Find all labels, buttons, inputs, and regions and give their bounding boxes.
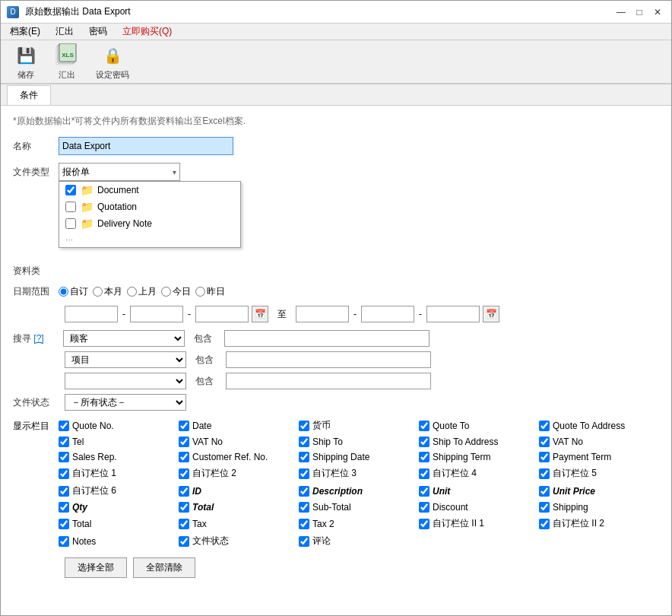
- contains-label-2: 包含: [195, 354, 218, 367]
- date-from-month[interactable]: [130, 306, 183, 322]
- quotation-folder-icon: 📁: [81, 202, 93, 212]
- col-unit[interactable]: Unit: [419, 484, 539, 498]
- menu-file[interactable]: 档案(E): [4, 24, 46, 40]
- toolbar: 💾 储存 XLS 汇出 🔒 设定密码: [1, 40, 671, 84]
- col-vat-no-2[interactable]: VAT No: [539, 436, 659, 448]
- date-option-yesterday[interactable]: 昨日: [195, 285, 225, 298]
- search-input-2[interactable]: [226, 351, 431, 368]
- col-custom-ii-2[interactable]: 自订栏位 II 2: [539, 516, 659, 531]
- col-total[interactable]: Total: [59, 516, 179, 531]
- date-option-custom[interactable]: 自订: [59, 285, 88, 298]
- quotation-checkbox[interactable]: [65, 202, 76, 212]
- dropdown-item-delivery-note[interactable]: 📁 Delivery Note: [59, 215, 240, 232]
- date-option-lastmonth[interactable]: 上月: [127, 285, 157, 298]
- delivery-note-checkbox[interactable]: [65, 218, 76, 229]
- col-shipping-term[interactable]: Shipping Term: [419, 451, 539, 463]
- menu-buy[interactable]: 立即购买(Q): [116, 24, 178, 40]
- select-all-button[interactable]: 选择全部: [65, 557, 127, 578]
- col-ship-to-address[interactable]: Ship To Address: [419, 436, 539, 448]
- col-date[interactable]: Date: [179, 418, 299, 433]
- col-quote-to-address[interactable]: Quote To Address: [539, 418, 659, 433]
- col-tel[interactable]: Tel: [59, 436, 179, 448]
- col-quote-to[interactable]: Quote To: [419, 418, 539, 433]
- col-customer-ref[interactable]: Customer Ref. No.: [179, 451, 299, 463]
- search-input-1[interactable]: [224, 330, 430, 347]
- search-row-3: 包含: [13, 373, 659, 389]
- data-type-row: 资料类: [13, 265, 659, 278]
- col-sub-total[interactable]: Sub-Total: [299, 501, 419, 513]
- col-shipping-date[interactable]: Shipping Date: [299, 451, 419, 463]
- maximize-button[interactable]: □: [632, 5, 647, 20]
- document-checkbox[interactable]: [65, 185, 76, 195]
- col-ship-to[interactable]: Ship To: [299, 436, 419, 448]
- set-password-button[interactable]: 🔒 设定密码: [89, 40, 136, 84]
- date-to-year[interactable]: [296, 306, 349, 322]
- search-field-3[interactable]: [65, 373, 186, 389]
- col-sales-rep[interactable]: Sales Rep.: [59, 451, 179, 463]
- close-button[interactable]: ✕: [650, 5, 665, 20]
- col-discount[interactable]: Discount: [419, 501, 539, 513]
- search-field-1[interactable]: 顾客 项目: [63, 330, 185, 347]
- col-tax2[interactable]: Tax 2: [299, 516, 419, 531]
- col-quote-no[interactable]: Quote No.: [59, 418, 179, 433]
- col-custom-3[interactable]: 自订栏位 3: [299, 466, 419, 481]
- minimize-button[interactable]: —: [613, 5, 629, 20]
- dropdown-item-document[interactable]: 📁 Document: [59, 182, 240, 198]
- col-custom-4[interactable]: 自订栏位 4: [419, 466, 539, 481]
- columns-label: 显示栏目: [13, 418, 59, 433]
- date-to-day[interactable]: [426, 306, 480, 322]
- title-bar: D 原始数据输出 Data Export — □ ✕: [1, 1, 671, 24]
- content-area: *原始数据输出*可将文件内所有数据资料输出至Excel档案. 名称 文件类型 报…: [1, 106, 671, 615]
- date-from-year[interactable]: [65, 306, 118, 322]
- col-custom-6[interactable]: 自订栏位 6: [59, 484, 179, 498]
- file-type-dropdown[interactable]: 报价单 ▾: [59, 163, 180, 181]
- calendar-to-button[interactable]: 📅: [483, 306, 499, 322]
- col-custom-ii-1[interactable]: 自订栏位 II 1: [419, 516, 539, 531]
- date-inputs-row: - - 📅 至 - - 📅: [13, 306, 659, 322]
- dropdown-item-quotation[interactable]: 📁 Quotation: [59, 198, 240, 215]
- search-input-3[interactable]: [226, 373, 431, 389]
- col-qty[interactable]: Qty: [59, 501, 179, 513]
- search-label: 搜寻 [?]: [13, 332, 59, 345]
- col-custom-1[interactable]: 自订栏位 1: [59, 466, 179, 481]
- col-description[interactable]: Description: [299, 484, 419, 498]
- date-from-day[interactable]: [195, 306, 249, 322]
- search-section: 搜寻 [?] 顾客 项目 包含: [13, 330, 659, 347]
- menu-export[interactable]: 汇出: [49, 24, 80, 40]
- calendar-from-button[interactable]: 📅: [252, 306, 268, 322]
- dropdown-arrow-icon: ▾: [173, 168, 176, 176]
- col-tax[interactable]: Tax: [179, 516, 299, 531]
- window-controls: — □ ✕: [613, 5, 665, 20]
- col-payment-term[interactable]: Payment Term: [539, 451, 659, 463]
- lock-icon: 🔒: [100, 43, 125, 68]
- col-doc-status[interactable]: 文件状态: [179, 534, 299, 548]
- date-to-month[interactable]: [361, 306, 414, 322]
- export-icon: XLS: [55, 43, 79, 68]
- col-custom-5[interactable]: 自订栏位 5: [539, 466, 659, 481]
- date-option-today[interactable]: 今日: [161, 285, 191, 298]
- col-id[interactable]: ID: [179, 484, 299, 498]
- search-help[interactable]: [?]: [33, 333, 43, 344]
- columns-grid: Quote No. Date 货币 Quote To Quote To Addr…: [59, 418, 659, 548]
- search-field-2[interactable]: 项目 顾客: [65, 351, 186, 368]
- col-total-item[interactable]: Total: [179, 501, 299, 513]
- col-currency[interactable]: 货币: [299, 418, 419, 433]
- tab-conditions[interactable]: 条件: [7, 85, 51, 105]
- name-input[interactable]: [59, 137, 233, 155]
- save-button[interactable]: 💾 储存: [7, 40, 45, 84]
- export-button[interactable]: XLS 汇出: [48, 40, 86, 84]
- col-comment[interactable]: 评论: [299, 534, 419, 548]
- status-dropdown[interactable]: －所有状态－: [65, 394, 186, 411]
- file-type-row: 文件类型 报价单 ▾ 📁 Document 📁 Quot: [13, 163, 659, 181]
- title-bar-left: D 原始数据输出 Data Export: [7, 5, 131, 18]
- col-unit-price[interactable]: Unit Price: [539, 484, 659, 498]
- menu-password[interactable]: 密码: [83, 24, 113, 40]
- col-vat-no[interactable]: VAT No: [179, 436, 299, 448]
- col-notes[interactable]: Notes: [59, 534, 179, 548]
- clear-all-button[interactable]: 全部清除: [133, 557, 195, 578]
- col-custom-2[interactable]: 自订栏位 2: [179, 466, 299, 481]
- date-option-thismonth[interactable]: 本月: [93, 285, 122, 298]
- col-shipping[interactable]: Shipping: [539, 501, 659, 513]
- file-type-dropdown-list: 📁 Document 📁 Quotation 📁 Delivery Note ·…: [59, 181, 241, 248]
- app-icon: D: [7, 6, 19, 18]
